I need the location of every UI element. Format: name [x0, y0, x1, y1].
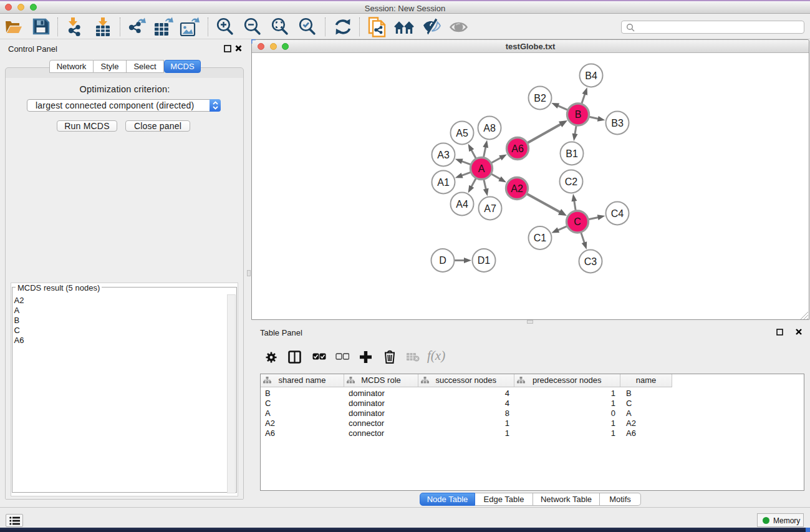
- svg-text:A2: A2: [511, 183, 523, 194]
- svg-text:D1: D1: [478, 255, 491, 266]
- svg-text:C4: C4: [611, 208, 624, 219]
- svg-text:B4: B4: [585, 70, 597, 81]
- svg-text:C3: C3: [584, 256, 597, 267]
- svg-text:A8: A8: [483, 123, 496, 133]
- svg-text:A1: A1: [437, 177, 450, 188]
- svg-text:D: D: [439, 255, 446, 266]
- svg-text:C1: C1: [534, 233, 547, 243]
- svg-text:B: B: [575, 109, 582, 120]
- svg-text:A4: A4: [456, 199, 468, 210]
- svg-text:C2: C2: [565, 177, 578, 187]
- svg-text:A6: A6: [511, 143, 524, 154]
- svg-text:A: A: [478, 163, 485, 174]
- svg-text:B3: B3: [611, 118, 624, 128]
- svg-text:A7: A7: [484, 203, 496, 214]
- svg-text:A5: A5: [456, 128, 468, 138]
- svg-text:C: C: [574, 216, 581, 227]
- svg-text:B2: B2: [534, 93, 546, 104]
- svg-text:B1: B1: [566, 148, 578, 159]
- svg-text:A3: A3: [437, 150, 450, 160]
